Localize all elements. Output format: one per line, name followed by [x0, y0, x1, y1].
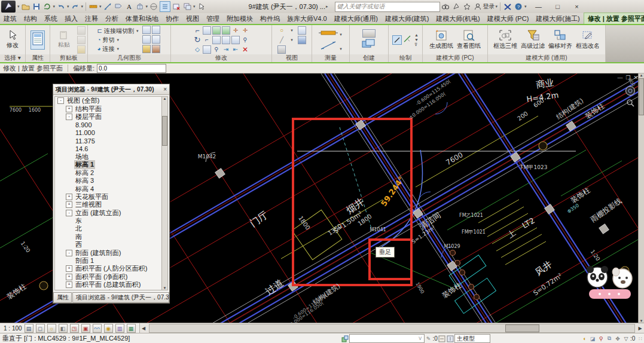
panel-caption-clipboard[interactable]: 剪贴板 [50, 54, 87, 62]
text-icon[interactable]: A [124, 2, 134, 11]
demolish-icon[interactable] [152, 45, 160, 53]
draw-expand-icon[interactable]: ⊽ [414, 42, 419, 47]
panel-caption-view[interactable]: 视图 [272, 54, 312, 62]
measure-icon[interactable] [88, 2, 98, 11]
design-options-icon[interactable] [438, 335, 446, 342]
dimension-tool-button[interactable]: ▾ [319, 41, 343, 53]
ribbon-tab-7[interactable]: 协作 [162, 13, 182, 24]
tree-expander-icon[interactable]: - [66, 210, 72, 216]
tree-item[interactable]: +三维视图 [55, 201, 167, 209]
hide-icon[interactable] [277, 45, 286, 54]
rotate-icon[interactable]: ↻ [194, 35, 201, 44]
switch-windows-icon[interactable] [182, 2, 192, 11]
align-icon[interactable]: ⌐ [195, 26, 199, 35]
create-similar-icon[interactable] [361, 39, 377, 51]
tree-item[interactable]: +面积平面 (净面积) [55, 273, 167, 281]
properties-button[interactable] [30, 30, 45, 50]
tree-item[interactable]: 标高 3 [55, 177, 167, 185]
tree-item[interactable]: 标高 2 [55, 169, 167, 177]
horizontal-scroll-thumb[interactable] [505, 324, 539, 332]
worksets-icon[interactable] [341, 335, 349, 342]
beam-joins-icon[interactable] [152, 26, 160, 34]
offset-copy-icon[interactable]: ◇ [195, 46, 200, 53]
detail-level-icon[interactable]: ▤ [25, 324, 33, 333]
ribbon-tab-15[interactable]: 建模大师(机电) [432, 13, 483, 24]
tab-properties[interactable]: 属性 [53, 292, 72, 303]
panel-caption-select[interactable]: 选择 ▾ [0, 54, 25, 62]
tree-expander-icon[interactable]: + [66, 194, 72, 200]
split-icon[interactable] [212, 36, 221, 44]
selection-filter-icon[interactable]: ▽ [622, 335, 630, 342]
trim-corner-icon[interactable] [203, 45, 211, 54]
vertical-scroll-thumb[interactable] [639, 78, 644, 115]
save-icon[interactable] [32, 2, 41, 11]
tree-item[interactable]: -楼层平面 [55, 113, 167, 121]
array-icon[interactable] [222, 36, 230, 44]
tree-item[interactable]: 东 [55, 217, 167, 225]
panel-caption-geometry[interactable]: 几何图形 [88, 54, 170, 62]
view-sheet-button[interactable]: 查看图纸 [456, 29, 482, 50]
redo-icon[interactable] [71, 2, 80, 11]
search-input[interactable]: 键入关键字或短语 [335, 2, 440, 12]
tree-item[interactable]: 北 [55, 225, 167, 232]
maximize-button[interactable]: □ [550, 1, 566, 12]
split-face-icon[interactable] [152, 35, 160, 44]
ribbon-tab-0[interactable]: 建筑 [0, 13, 20, 24]
workset-select[interactable]: ˅ [349, 334, 425, 343]
tree-item[interactable]: 南 [55, 233, 167, 241]
ribbon-tab-6[interactable]: 体量和场地 [122, 13, 162, 24]
cut-icon[interactable] [77, 26, 86, 35]
sun-path-icon[interactable]: ☼ [47, 324, 56, 333]
panel-caption-mc-pc[interactable]: 建模大师 (PC) [423, 54, 487, 62]
view-control-bar[interactable]: 1 : 100 ▤ ◻ ☼ ◧ ◳ ▣ ᴖᴖ ◉ ▥ ▦ [0, 323, 140, 333]
paint-icon[interactable] [142, 45, 151, 53]
ribbon-tab-13[interactable]: 建模大师(通用) [331, 13, 381, 24]
project-browser[interactable]: 项目浏览器 - 9#建筑 (尹天一，07.30) × -视图 (全部)+结构平面… [53, 84, 170, 304]
user-icon[interactable] [473, 2, 483, 11]
delete-icon[interactable]: ✕ [242, 45, 248, 54]
wall-joins-icon[interactable] [142, 26, 151, 34]
modify-tool-button[interactable]: 修改 [2, 30, 23, 50]
tree-item[interactable]: +结构平面 [55, 105, 167, 112]
advanced-filter-button[interactable]: 高级过滤 [520, 29, 546, 50]
copy-move-icon[interactable]: ✛ [243, 27, 248, 33]
reveal-hidden-elements-icon[interactable]: ◉ [104, 324, 113, 333]
box-select-3d-button[interactable]: 框选三维 [492, 29, 518, 50]
open-icon[interactable] [21, 2, 30, 11]
ribbon-tab-9[interactable]: 管理 [203, 13, 223, 24]
close-button[interactable]: × [569, 1, 585, 12]
default-3d-view-icon[interactable] [135, 2, 145, 11]
ribbon-tab-8[interactable]: 视图 [182, 13, 203, 24]
tree-expander-icon[interactable]: + [66, 106, 72, 112]
ribbon-tab-2[interactable]: 系统 [41, 13, 61, 24]
tree-item[interactable]: +面积平面 (人防分区面积) [55, 265, 167, 272]
exclude-options-icon[interactable] [446, 335, 454, 342]
tree-item[interactable]: +面积平面 (总建筑面积) [55, 281, 167, 289]
tree-expander-icon[interactable]: + [66, 290, 72, 290]
aligned-dimension-icon[interactable] [103, 2, 112, 11]
tree-scrollbar[interactable]: ▲ ▼ [161, 97, 167, 290]
copy-icon[interactable] [77, 36, 86, 44]
project-browser-titlebar[interactable]: 项目浏览器 - 9#建筑 (尹天一，07.30) × [53, 84, 169, 95]
offset-icon[interactable] [203, 26, 211, 35]
tree-expander-icon[interactable]: - [57, 97, 64, 104]
modify-cursor-icon[interactable] [197, 2, 206, 11]
measure-between-icon[interactable]: ⇤ [233, 46, 238, 53]
scale-icon[interactable] [231, 36, 240, 44]
paste-button[interactable]: 粘贴 [52, 30, 76, 49]
search-binoculars-icon[interactable] [441, 2, 450, 11]
select-underlay-icon[interactable]: ◪ [588, 335, 597, 342]
ribbon-tab-10[interactable]: 附加模块 [223, 13, 257, 24]
view-window-controls[interactable]: —❐✕ [617, 75, 638, 81]
panel-caption-modify[interactable]: 修改 [171, 54, 271, 62]
align-dim-icon[interactable]: ⇥ [224, 46, 228, 53]
draw-pick-line-tool[interactable] [403, 35, 411, 45]
project-browser-tree[interactable]: -视图 (全部)+结构平面-楼层平面8.90011.00011.37514.6场… [54, 96, 168, 290]
show-crop-region-icon[interactable]: ▣ [81, 324, 90, 333]
minimize-button[interactable]: — [531, 1, 547, 12]
autodesk-360-icon[interactable] [503, 2, 512, 11]
ribbon-tab-5[interactable]: 分析 [102, 13, 122, 24]
tag-icon[interactable] [114, 2, 123, 11]
tree-item[interactable]: 11.375 [55, 137, 167, 145]
displace-icon[interactable] [298, 36, 306, 44]
